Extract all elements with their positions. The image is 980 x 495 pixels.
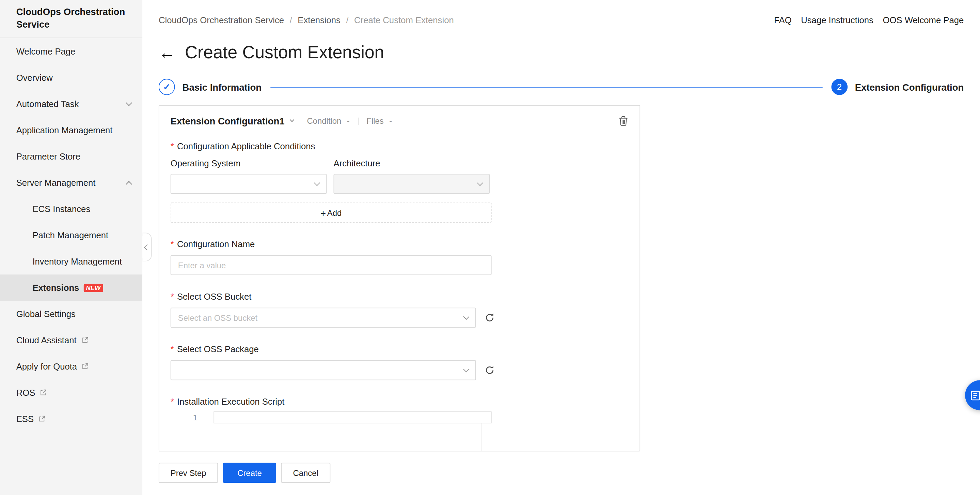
oss-bucket-select[interactable]: Select an OSS bucket [170,308,476,327]
topbar: CloudOps Orchestration Service / Extensi… [142,0,980,40]
oss-bucket-label: * Select OSS Bucket [170,291,628,301]
sidebar-collapse-handle[interactable] [142,233,152,261]
survey-icon [970,390,980,401]
step2-label: Extension Configuration [855,81,964,92]
sidebar-nav: Welcome Page Overview Automated Task App… [0,38,142,432]
add-condition-button[interactable]: + Add [170,203,492,223]
installation-script-label: * Installation Execution Script [170,396,628,406]
sidebar-item-ros[interactable]: ROS [0,379,142,406]
editor-scrollbar[interactable] [482,423,482,452]
usage-instructions-link[interactable]: Usage Instructions [801,15,873,25]
conditions-grid: Operating System Architecture [170,158,628,194]
topbar-links: FAQ Usage Instructions OOS Welcome Page [774,15,964,25]
line-number: 1 [193,413,197,422]
sidebar-item-extensions[interactable]: Extensions NEW [0,275,142,301]
chevron-down-icon [463,366,469,372]
step1-check-icon: ✓ [159,79,175,95]
sidebar-item-label: Inventory Management [32,256,122,266]
chevron-down-icon [126,99,132,106]
editor-content [213,412,492,451]
breadcrumb-separator: / [290,15,292,25]
sidebar-item-label: Welcome Page [16,46,76,56]
oss-package-label: * Select OSS Package [170,344,628,354]
add-button-label: Add [327,208,342,217]
external-link-icon [40,389,47,396]
breadcrumb-item-service[interactable]: CloudOps Orchestration Service [159,15,284,25]
refresh-bucket-icon[interactable] [485,313,495,323]
sidebar-item-label: Application Management [16,125,113,135]
sidebar-item-ess[interactable]: ESS [0,406,142,432]
sidebar-item-label: Patch Management [32,230,108,240]
stepper-connector-line [270,86,822,87]
back-arrow-icon[interactable]: ← [159,44,176,61]
condition-meta-label: Condition [307,116,342,126]
configuration-name-label: * Configuration Name [170,239,628,249]
condition-meta: Condition - [307,116,350,126]
sidebar-item-parameter-store[interactable]: Parameter Store [0,143,142,169]
sidebar-item-label: Overview [16,73,53,83]
stepper: ✓ Basic Information 2 Extension Configur… [142,79,980,95]
conditions-field-label: * Configuration Applicable Conditions [170,142,628,152]
sidebar-item-apply-for-quota[interactable]: Apply for Quota [0,353,142,379]
chevron-left-icon [144,244,150,250]
sidebar-title: CloudOps Orchestration Service [0,0,142,38]
required-asterisk: * [170,291,174,301]
architecture-select[interactable] [334,174,490,194]
required-asterisk: * [170,396,174,406]
plus-icon: + [320,208,326,217]
sidebar-item-label: Apply for Quota [16,361,77,371]
sidebar-item-cloud-assistant[interactable]: Cloud Assistant [0,327,142,353]
condition-meta-value: - [347,116,350,126]
architecture-label: Architecture [334,158,490,168]
sidebar-item-ecs-instances[interactable]: ECS Instances [0,196,142,222]
configuration-name-input[interactable] [170,255,492,275]
breadcrumb-item-extensions[interactable]: Extensions [298,15,340,25]
sidebar-item-global-settings[interactable]: Global Settings [0,301,142,327]
sidebar-item-inventory-management[interactable]: Inventory Management [0,248,142,275]
files-meta-label: Files [366,116,383,126]
create-button[interactable]: Create [223,463,276,483]
chevron-down-icon [463,313,469,319]
refresh-package-icon[interactable] [485,365,495,375]
sidebar-item-welcome-page[interactable]: Welcome Page [0,38,142,64]
operating-system-label: Operating System [170,158,327,168]
delete-configuration-icon[interactable] [618,116,628,126]
sidebar-item-label: ESS [16,414,34,424]
card-title[interactable]: Extension Configuration1 [170,116,285,126]
external-link-icon [38,415,46,423]
page-title: Create Custom Extension [185,43,384,63]
breadcrumb-item-current: Create Custom Extension [354,15,454,25]
required-asterisk: * [170,239,174,249]
oss-package-row [170,360,628,380]
script-editor[interactable]: 1 [170,412,492,451]
sidebar-item-label: Server Management [16,177,96,187]
external-link-icon [81,337,89,344]
chevron-down-icon [477,180,483,186]
sidebar-item-overview[interactable]: Overview [0,64,142,91]
oss-package-select[interactable] [170,360,476,380]
files-meta-value: - [389,116,392,126]
sidebar-item-automated-task[interactable]: Automated Task [0,91,142,117]
sidebar-item-label: Global Settings [16,309,76,319]
sidebar: CloudOps Orchestration Service Welcome P… [0,0,142,495]
step2-number-badge: 2 [831,79,848,95]
external-link-icon [81,363,89,370]
chevron-down-icon[interactable] [290,118,294,122]
sidebar-item-application-management[interactable]: Application Management [0,117,142,143]
sidebar-item-label: Extensions [32,283,79,292]
faq-link[interactable]: FAQ [774,15,791,25]
extension-configuration-card: Extension Configuration1 Condition - Fil… [159,105,640,451]
sidebar-item-label: Cloud Assistant [16,335,76,345]
footer-actions: Prev Step Create Cancel [142,451,980,483]
prev-step-button[interactable]: Prev Step [159,463,218,483]
sidebar-item-server-management[interactable]: Server Management [0,169,142,196]
oos-welcome-page-link[interactable]: OOS Welcome Page [883,15,964,25]
cancel-button[interactable]: Cancel [281,463,330,483]
step1-label[interactable]: Basic Information [183,81,261,92]
card-header: Extension Configuration1 Condition - Fil… [170,116,628,126]
meta-divider [358,117,359,125]
sidebar-item-patch-management[interactable]: Patch Management [0,222,142,248]
app-window: CloudOps Orchestration Service Welcome P… [0,0,980,495]
chevron-up-icon [126,181,132,187]
operating-system-select[interactable] [170,174,327,194]
